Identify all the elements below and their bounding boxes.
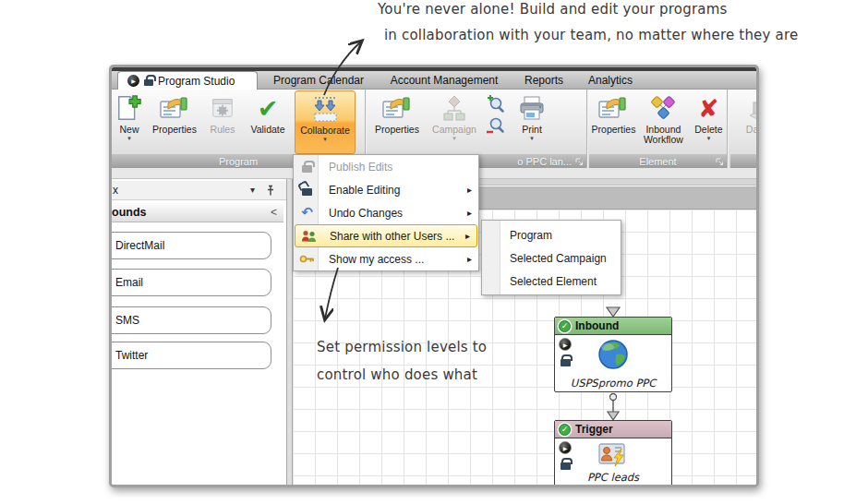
zoom-out-icon: [486, 117, 504, 136]
menu-item-share-with-users[interactable]: Share with other Users ... ▸: [295, 224, 477, 247]
submenu-item-program[interactable]: Program: [482, 223, 621, 246]
zoom-in-button[interactable]: [484, 94, 506, 114]
ribbon-group-dashboards: Dashb: [730, 90, 759, 168]
play-icon[interactable]: ▶: [559, 441, 572, 454]
tab-program-studio[interactable]: ▶ Program Studio: [117, 71, 258, 90]
sidebar-panel: x ▾ ounds < DirectMail Email SMS Twitter: [112, 179, 286, 485]
zoom-buttons: [484, 90, 508, 154]
submenu-arrow-icon: ▸: [467, 254, 472, 264]
sidebar-section-header[interactable]: ounds <: [112, 203, 283, 222]
group-label-element: Element: [589, 154, 727, 168]
new-document-icon: [115, 93, 143, 123]
dashboard-chart-icon: [746, 93, 759, 123]
ribbon-group-element: Properties Inbound Workflow ✘ Delete ▾: [589, 90, 728, 168]
annotation-top-line2: in collaboration with your team, no matt…: [384, 27, 798, 43]
trigger-node-header: ✓ Trigger: [555, 421, 671, 438]
screenshot-stage: You're never alone! Build and edit your …: [0, 0, 868, 504]
collaborate-menu: Publish Edits Enable Editing ▸ ↶ Undo Ch…: [293, 154, 479, 271]
channel-item-email[interactable]: Email: [112, 269, 271, 296]
menu-item-enable-editing[interactable]: Enable Editing ▸: [294, 178, 478, 201]
campaign-button[interactable]: Campaign ▾: [427, 90, 482, 154]
submenu-arrow-icon: ▸: [467, 185, 472, 195]
rules-button[interactable]: Rules: [204, 90, 241, 154]
group-label-dashboards: [730, 154, 759, 168]
tab-analytics[interactable]: Analytics: [583, 71, 638, 90]
open-lock-icon: [299, 184, 315, 196]
campaign-properties-button[interactable]: Properties: [369, 90, 425, 154]
menu-item-show-my-access[interactable]: Show my access ... ▸: [294, 247, 478, 270]
check-circle-icon: ✓: [559, 320, 571, 332]
validate-check-icon: ✔: [258, 93, 279, 123]
pane-title-clipped: x: [113, 184, 118, 197]
annotation-mid-line2: control who does what: [317, 366, 477, 383]
globe-icon: [597, 339, 629, 374]
collaborate-button[interactable]: Collaborate ▾: [295, 90, 356, 154]
validate-button[interactable]: ✔ Validate: [243, 90, 293, 154]
inbound-workflow-button[interactable]: Inbound Workflow: [638, 90, 689, 154]
print-button[interactable]: Print ▾: [510, 90, 554, 154]
tab-reports[interactable]: Reports: [520, 71, 568, 90]
channel-item-directmail[interactable]: DirectMail: [112, 232, 271, 259]
campaign-orgchart-icon: [440, 93, 468, 123]
submenu-arrow-icon: ▸: [465, 231, 470, 241]
node-controls: ▶: [559, 338, 572, 366]
delete-x-icon: ✘: [698, 93, 719, 123]
node-caption: USPSpromo PPC: [555, 377, 671, 390]
submenu-arrow-icon: ▸: [467, 208, 472, 218]
properties-hand-icon: [598, 93, 628, 123]
properties-hand-icon: [382, 93, 412, 123]
inbound-node-header: ✓ Inbound: [555, 318, 671, 335]
lock-icon: [144, 79, 153, 86]
pin-icon[interactable]: [266, 185, 275, 199]
dashboards-button[interactable]: Dashb: [732, 90, 759, 154]
inbound-node[interactable]: ✓ Inbound ▶ USPSpromo PPC: [554, 317, 672, 392]
properties-hand-icon: [160, 93, 189, 123]
trigger-node[interactable]: ✓ Trigger ▶ PPC leads: [554, 420, 672, 485]
caret-down-icon: ▾: [530, 136, 534, 142]
caret-down-icon: ▾: [127, 136, 131, 142]
app-window: ▶ Program Studio Program Calendar Accoun…: [109, 65, 759, 487]
zoom-out-button[interactable]: [484, 116, 506, 137]
caret-down-icon: ▾: [452, 136, 456, 142]
contact-lightning-icon: [598, 442, 628, 471]
collapse-chevron-icon[interactable]: <: [271, 206, 277, 219]
dialog-launcher-icon[interactable]: [575, 157, 584, 168]
caret-down-icon: ▾: [707, 136, 711, 142]
element-properties-button[interactable]: Properties: [591, 90, 636, 154]
program-properties-button[interactable]: Properties: [147, 90, 202, 154]
tab-label: Program Studio: [158, 75, 235, 88]
annotation-top-line1: You're never alone! Build and edit your …: [378, 1, 728, 18]
users-icon: [301, 230, 317, 242]
annotation-mid-line1: Set permission levels to: [317, 339, 487, 355]
tab-account-management[interactable]: Account Management: [385, 71, 503, 90]
share-submenu: Program Selected Campaign Selected Eleme…: [481, 220, 621, 295]
play-icon[interactable]: ▶: [559, 338, 572, 351]
submenu-item-selected-campaign[interactable]: Selected Campaign: [482, 246, 621, 270]
key-icon: [299, 254, 315, 264]
pane-splitter[interactable]: [286, 179, 293, 485]
lock-icon[interactable]: [561, 462, 571, 470]
node-caption: PPC leads: [555, 471, 671, 484]
caret-down-icon: ▾: [323, 137, 327, 143]
pane-caret-icon[interactable]: ▾: [250, 185, 255, 195]
new-button[interactable]: New ▾: [114, 90, 145, 154]
collaborate-icon: [311, 94, 339, 124]
closed-lock-icon: [299, 162, 315, 173]
play-icon[interactable]: ▶: [127, 75, 139, 87]
menu-item-undo-changes[interactable]: ↶ Undo Changes ▸: [294, 201, 478, 224]
tab-bar: ▶ Program Studio Program Calendar Accoun…: [112, 71, 756, 90]
undo-arrow-icon: ↶: [299, 206, 315, 220]
node-controls: ▶: [559, 441, 572, 470]
channel-item-sms[interactable]: SMS: [112, 306, 271, 334]
channel-item-twitter[interactable]: Twitter: [112, 342, 271, 369]
menu-item-publish-edits[interactable]: Publish Edits: [294, 155, 478, 178]
delete-button[interactable]: ✘ Delete ▾: [691, 90, 727, 154]
tab-program-calendar[interactable]: Program Calendar: [267, 71, 370, 90]
submenu-item-selected-element[interactable]: Selected Element: [482, 270, 621, 293]
rules-gear-icon: [211, 93, 235, 123]
printer-icon: [518, 93, 546, 123]
lock-icon[interactable]: [561, 359, 571, 366]
sidebar-pane-header: x ▾: [112, 181, 286, 200]
dialog-launcher-icon[interactable]: [716, 157, 724, 168]
zoom-in-icon: [486, 95, 504, 114]
